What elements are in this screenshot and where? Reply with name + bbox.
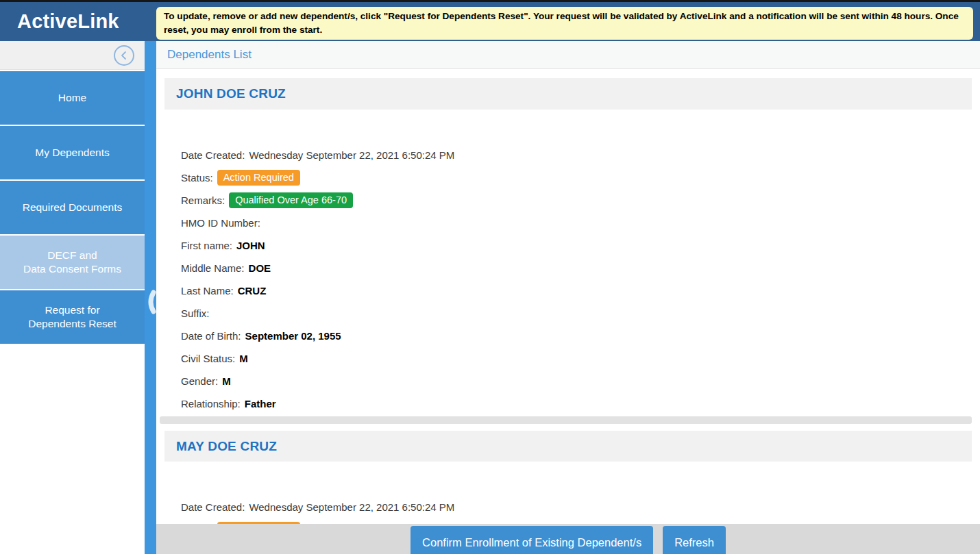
app-logo: ActiveLink: [17, 2, 119, 41]
dependent-card-body: Date Created: Wednesday September 22, 20…: [164, 110, 972, 415]
field-value: M: [222, 375, 231, 387]
sidebar-item-label-line2: Dependents Reset: [28, 317, 116, 331]
action-footer: Confirm Enrollment of Existing Dependent…: [156, 524, 980, 554]
status-badge: Action Required: [217, 170, 300, 186]
field-remarks: Remarks: Qualified Over Age 66-70: [181, 189, 972, 212]
page-title-bar: Dependents List: [156, 41, 980, 69]
page-title: Dependents List: [167, 48, 252, 62]
sidebar-item-label-line1: DECF and: [47, 249, 97, 262]
field-label: Status:: [181, 172, 213, 184]
dependents-cards: JOHN DOE CRUZ Date Created: Wednesday Se…: [156, 69, 980, 554]
remarks-badge: Qualified Over Age 66-70: [229, 192, 353, 208]
field-value: Wednesday September 22, 2021 6:50:24 PM: [249, 149, 454, 161]
field-last-name: Last Name: CRUZ: [181, 279, 972, 302]
sidebar-item-my-dependents[interactable]: My Dependents: [0, 126, 145, 179]
sidebar-item-label: Home: [58, 91, 86, 105]
field-value: M: [239, 353, 248, 364]
sidebar-drag-handle-icon[interactable]: [145, 290, 156, 314]
field-label: Date of Birth:: [181, 330, 241, 342]
field-first-name: First name: JOHN: [181, 234, 972, 257]
horizontal-scrollbar[interactable]: [160, 416, 972, 424]
field-date-of-birth: Date of Birth: September 02, 1955: [181, 325, 972, 347]
dependent-card-header[interactable]: JOHN DOE CRUZ: [164, 78, 972, 110]
dependent-card-header[interactable]: MAY DOE CRUZ: [164, 431, 972, 462]
field-label: Suffix:: [181, 307, 209, 319]
sidebar-item-label-line1: Request for: [45, 303, 99, 317]
chevron-left-icon: [119, 50, 130, 61]
field-date-created: Date Created: Wednesday September 22, 20…: [181, 144, 972, 166]
field-label: Remarks:: [181, 194, 225, 206]
field-label: Relationship:: [181, 398, 241, 410]
sidebar-item-label: My Dependents: [35, 146, 110, 160]
main-content: Dependents List JOHN DOE CRUZ Date Creat…: [156, 41, 980, 554]
refresh-button[interactable]: Refresh: [663, 526, 726, 554]
sidebar-item-label-line2: Data Consent Forms: [23, 262, 121, 276]
field-status: Status: Action Required: [181, 166, 972, 189]
field-value: Father: [245, 398, 276, 410]
field-value: JOHN: [236, 240, 265, 251]
sidebar-accent-strip: [145, 41, 156, 554]
field-value: Wednesday September 22, 2021 6:50:24 PM: [249, 501, 454, 513]
field-value: DOE: [249, 262, 271, 274]
sidebar-item-request-dependents-reset[interactable]: Request for Dependents Reset: [0, 290, 145, 344]
field-label: Civil Status:: [181, 353, 235, 364]
field-label: Middle Name:: [181, 262, 245, 274]
field-hmo-id-number: HMO ID Number:: [181, 212, 972, 234]
field-value: CRUZ: [238, 285, 267, 297]
sidebar-top-bar: [0, 41, 145, 70]
sidebar: Home My Dependents Required Documents DE…: [0, 41, 145, 554]
field-middle-name: Middle Name: DOE: [181, 257, 972, 279]
field-label: Date Created:: [181, 149, 245, 161]
dependent-name-title: JOHN DOE CRUZ: [176, 86, 286, 101]
field-label: HMO ID Number:: [181, 217, 260, 229]
field-gender: Gender: M: [181, 370, 972, 392]
sidebar-item-required-documents[interactable]: Required Documents: [0, 181, 145, 234]
dependent-name-title: MAY DOE CRUZ: [176, 439, 277, 454]
field-value: September 02, 1955: [245, 330, 341, 342]
field-relationship: Relationship: Father: [181, 392, 972, 415]
confirm-enrollment-button[interactable]: Confirm Enrollment of Existing Dependent…: [411, 526, 653, 554]
field-civil-status: Civil Status: M: [181, 347, 972, 370]
sidebar-item-label: Required Documents: [23, 201, 123, 214]
notice-banner: To update, remove or add new dependent/s…: [156, 7, 973, 40]
sidebar-item-home[interactable]: Home: [0, 71, 145, 125]
sidebar-collapse-button[interactable]: [114, 45, 134, 66]
field-label: Last Name:: [181, 285, 234, 297]
field-suffix: Suffix:: [181, 302, 972, 325]
sidebar-item-decf-data-consent-forms[interactable]: DECF and Data Consent Forms: [0, 236, 145, 289]
dependent-card-john-doe-cruz: JOHN DOE CRUZ Date Created: Wednesday Se…: [164, 78, 972, 415]
sidebar-nav: Home My Dependents Required Documents DE…: [0, 71, 145, 344]
field-label: Date Created:: [181, 501, 245, 513]
app-header: ActiveLink To update, remove or add new …: [0, 2, 980, 41]
app-window: ActiveLink To update, remove or add new …: [0, 0, 980, 554]
field-label: First name:: [181, 240, 232, 251]
field-date-created: Date Created: Wednesday September 22, 20…: [181, 496, 972, 518]
field-label: Gender:: [181, 375, 218, 387]
